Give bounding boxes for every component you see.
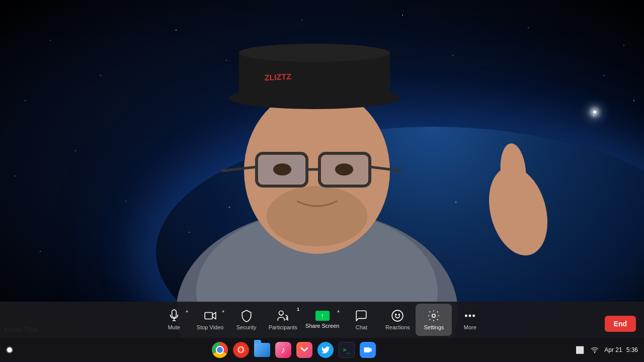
share-screen-label: Share Screen: [305, 323, 339, 329]
stop-video-button[interactable]: ▲ Stop Video: [192, 304, 228, 336]
more-button[interactable]: More: [452, 304, 488, 336]
mic-icon: [168, 309, 181, 322]
system-bar: O ♪ >_: [0, 338, 644, 362]
reactions-label: Reactions: [385, 324, 410, 330]
date-display: Apr 21: [604, 346, 622, 353]
svg-point-25: [395, 314, 396, 315]
twitter-icon: [317, 342, 334, 358]
zoom-dock-icon: [360, 342, 376, 358]
svg-point-5: [229, 87, 400, 109]
svg-point-29: [469, 315, 471, 316]
dock-music[interactable]: ♪: [273, 340, 293, 360]
share-caret[interactable]: ▲: [336, 309, 340, 313]
dock: O ♪ >_: [13, 340, 574, 360]
files-icon: [254, 343, 270, 357]
svg-point-24: [392, 310, 404, 321]
svg-point-31: [595, 352, 595, 353]
participants-badge: 1: [297, 307, 299, 312]
system-tray-left: [6, 346, 13, 353]
video-icon: [204, 309, 217, 322]
more-label: More: [464, 324, 476, 330]
dock-files[interactable]: [252, 340, 272, 360]
music-icon: ♪: [275, 342, 291, 358]
svg-text:ZLIZTZ: ZLIZTZ: [264, 72, 291, 82]
terminal-icon: >_: [339, 342, 355, 358]
shield-icon: [240, 309, 253, 322]
system-tray-right: ⬜ Apr 21 5:36: [574, 344, 638, 355]
dock-terminal[interactable]: >_: [337, 340, 357, 360]
svg-point-30: [473, 315, 474, 316]
more-icon: [463, 309, 476, 322]
gear-icon: [427, 309, 440, 322]
participants-button[interactable]: 1 Participants: [265, 304, 301, 336]
dock-opera[interactable]: O: [231, 340, 251, 360]
dock-zoom[interactable]: [358, 340, 378, 360]
reactions-button[interactable]: Reactions: [379, 304, 416, 336]
svg-point-7: [239, 44, 390, 62]
security-label: Security: [236, 324, 257, 330]
end-button[interactable]: End: [605, 316, 636, 332]
mute-caret[interactable]: ▲: [185, 309, 189, 313]
chrome-icon: [212, 342, 228, 358]
wifi-icon: [589, 344, 600, 355]
reactions-icon: [391, 309, 404, 322]
dock-pockity[interactable]: [294, 340, 314, 360]
video-area: ZLIZTZ Kevin Tofel: [0, 0, 644, 338]
dock-chrome[interactable]: [210, 340, 230, 360]
zoom-toolbar: ▲ Mute ▲ Stop Video Security 1: [0, 302, 644, 338]
chat-label: Chat: [356, 324, 367, 330]
stop-video-caret[interactable]: ▲: [221, 309, 225, 313]
share-screen-button[interactable]: ▲ Share Screen: [301, 304, 343, 336]
svg-point-28: [465, 315, 467, 316]
bright-star: [593, 111, 596, 114]
dock-twitter[interactable]: [315, 340, 336, 360]
opera-icon: O: [233, 342, 249, 358]
pocket-icon: [296, 342, 312, 358]
svg-point-26: [399, 314, 400, 315]
time-display: 5:36: [626, 346, 638, 353]
security-button[interactable]: Security: [228, 304, 265, 336]
settings-button[interactable]: Settings: [416, 304, 452, 336]
mute-button[interactable]: ▲ Mute: [156, 304, 192, 336]
chat-button[interactable]: Chat: [343, 304, 379, 336]
stop-video-label: Stop Video: [197, 324, 224, 330]
svg-point-23: [279, 311, 284, 315]
record-indicator: [6, 346, 13, 353]
settings-label: Settings: [424, 324, 444, 330]
svg-rect-22: [205, 313, 212, 319]
share-screen-icon: [315, 311, 330, 321]
screen-tray-icon: ⬜: [574, 344, 585, 355]
svg-point-27: [432, 314, 436, 318]
participants-icon: [276, 309, 289, 322]
chat-icon: [355, 309, 368, 322]
mute-label: Mute: [168, 324, 180, 330]
participants-label: Participants: [269, 324, 297, 330]
svg-rect-6: [239, 50, 390, 101]
